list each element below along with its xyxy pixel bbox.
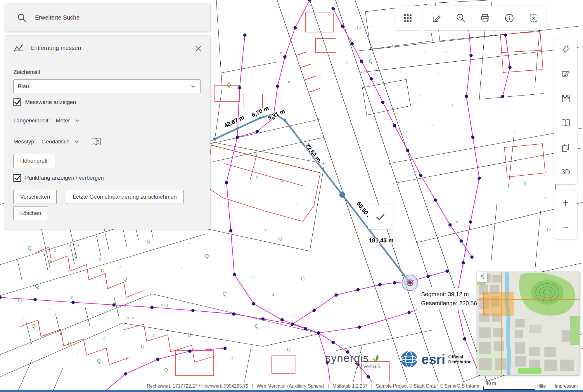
delete-button[interactable]: Löschen xyxy=(13,206,48,220)
chevron-down-icon[interactable] xyxy=(74,138,80,145)
svg-text:z: z xyxy=(180,266,183,270)
svg-text:○: ○ xyxy=(289,15,291,20)
length-unit-label: Längeneinheit: xyxy=(13,117,50,124)
svg-text:Q: Q xyxy=(164,303,168,308)
svg-text:z: z xyxy=(23,315,25,320)
undo-geometry-button[interactable]: Letzte Geometrieänderung zurücknehmen xyxy=(66,190,184,204)
svg-text:Q: Q xyxy=(147,239,150,244)
height-profile-button[interactable]: Höhenprofil xyxy=(13,154,55,168)
scale-readout[interactable]: Maßstab 1:2.257 xyxy=(333,384,368,389)
svg-text:○: ○ xyxy=(370,25,373,29)
labels-tool-button[interactable] xyxy=(554,37,577,62)
select-extent-button[interactable] xyxy=(521,6,546,30)
synergis-byline: by VertiGIS xyxy=(325,364,381,369)
zoom-in-button[interactable]: + xyxy=(562,197,569,208)
apps-grid-icon xyxy=(402,13,413,23)
snapping-checkbox[interactable] xyxy=(13,174,21,182)
svg-text:Q: Q xyxy=(188,332,191,337)
svg-text:×: × xyxy=(350,37,353,41)
svg-text:z: z xyxy=(205,339,207,343)
measure-distance-icon xyxy=(13,43,24,53)
svg-text:Q: Q xyxy=(227,83,231,88)
svg-text:v: v xyxy=(264,227,267,232)
search-label: Erweiterte Suche xyxy=(35,14,79,21)
measure-type-value[interactable]: Geodätisch xyxy=(41,138,70,145)
svg-text:z: z xyxy=(126,356,128,361)
bottom-accent-strip xyxy=(0,390,583,392)
svg-text:z: z xyxy=(424,49,426,54)
svg-text:z: z xyxy=(98,257,101,261)
mode-3d-button[interactable]: 3D xyxy=(554,160,577,184)
imprint-link[interactable]: Impressum xyxy=(555,384,578,389)
synergis-leaf-icon xyxy=(371,353,381,364)
snapping-label: Punktfang anzeigen / verbergen xyxy=(25,175,104,181)
main-road xyxy=(277,0,491,392)
chevron-down-icon xyxy=(190,83,196,90)
tooltip-segment: Segment: 39,12 m xyxy=(421,290,483,299)
svg-text:z: z xyxy=(103,336,105,340)
svg-text:○: ○ xyxy=(188,241,190,246)
svg-text:Q: Q xyxy=(357,25,361,30)
svg-text:○: ○ xyxy=(346,61,348,65)
svg-text:z: z xyxy=(231,356,233,361)
show-values-label: Messwerte anzeigen xyxy=(25,99,76,105)
advanced-search-bar[interactable]: Erweiterte Suche xyxy=(5,4,210,32)
sketch-icon xyxy=(561,69,570,79)
measure-midpoint-handle[interactable] xyxy=(339,192,345,198)
svg-text:z: z xyxy=(152,333,155,337)
side-toolbar: 3D xyxy=(554,37,577,184)
svg-text:z: z xyxy=(431,122,434,127)
svg-text:z: z xyxy=(255,175,258,180)
send-button[interactable]: Verschicken xyxy=(13,190,57,204)
edit-tool-button[interactable] xyxy=(424,6,449,30)
chevron-down-icon[interactable] xyxy=(74,117,80,124)
print-button[interactable] xyxy=(473,6,497,30)
confirm-measurement-button[interactable] xyxy=(368,204,393,229)
svg-text:z: z xyxy=(252,274,254,279)
svg-text:z: z xyxy=(179,356,181,361)
svg-text:Q: Q xyxy=(547,227,551,232)
overview-map-canvas[interactable] xyxy=(477,272,579,375)
info-icon xyxy=(504,13,515,23)
svg-text:v: v xyxy=(37,285,39,289)
help-link[interactable]: Hilfe xyxy=(537,384,546,389)
legend-button[interactable] xyxy=(554,111,577,135)
svg-text:v: v xyxy=(127,315,129,320)
info-button[interactable] xyxy=(497,6,521,30)
svg-text:z: z xyxy=(70,295,73,299)
zoom-tool-button[interactable] xyxy=(449,6,473,30)
search-icon xyxy=(17,13,27,23)
draw-style-label: Zeichenstil xyxy=(13,69,40,75)
svg-text:z: z xyxy=(295,201,298,206)
svg-text:z: z xyxy=(281,178,283,183)
svg-text:z: z xyxy=(49,306,51,311)
apps-grid-button[interactable] xyxy=(395,6,420,30)
svg-text:Q: Q xyxy=(68,341,71,346)
zoom-out-button[interactable]: − xyxy=(562,221,569,233)
svg-text:z: z xyxy=(293,312,295,317)
svg-text:Q: Q xyxy=(97,359,101,364)
svg-text:z: z xyxy=(44,333,46,337)
minimap-collapse-button[interactable] xyxy=(477,272,487,282)
raster-tool-button[interactable] xyxy=(554,86,577,111)
scale-bar: 40 m xyxy=(483,381,535,390)
svg-text:Q: Q xyxy=(164,367,168,372)
esri-globe-icon xyxy=(400,350,418,369)
checkmark-icon xyxy=(374,210,387,223)
svg-text:Q: Q xyxy=(278,236,282,241)
svg-text:z: z xyxy=(544,195,546,200)
overview-map[interactable] xyxy=(477,272,580,375)
redline-tool-button[interactable] xyxy=(554,62,577,86)
length-unit-value[interactable]: Meter xyxy=(56,117,70,124)
tag-icon xyxy=(561,45,570,54)
draw-style-select[interactable]: Blau xyxy=(13,79,201,93)
esri-distributor-label: Official Distributor xyxy=(448,354,471,365)
measure-distance-panel: Entfernung messen Zeichenstil Blau Messw… xyxy=(5,36,210,229)
svg-text:?: ? xyxy=(97,139,99,143)
help-book-icon[interactable]: ? xyxy=(91,137,102,147)
close-icon[interactable] xyxy=(194,44,203,53)
svg-text:z: z xyxy=(77,243,79,248)
copy-view-button[interactable] xyxy=(554,135,577,160)
svg-text:×: × xyxy=(456,219,459,224)
show-values-checkbox[interactable] xyxy=(13,98,21,106)
